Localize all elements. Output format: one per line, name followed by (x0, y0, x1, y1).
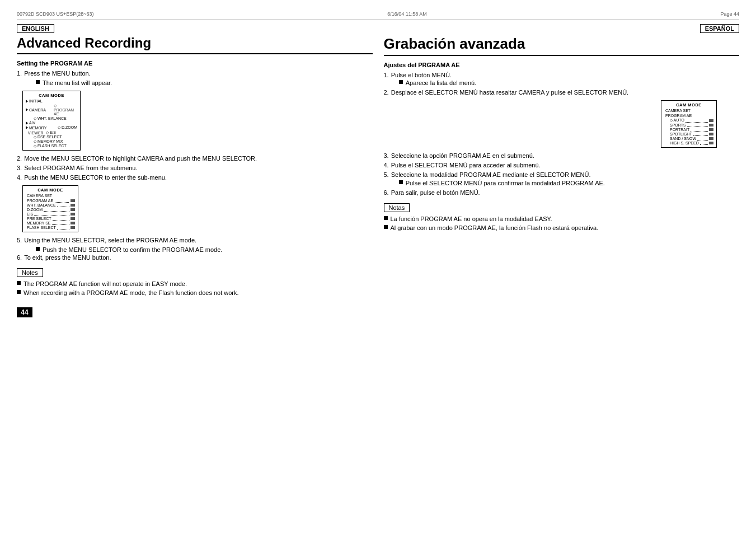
bullet-icon (384, 216, 388, 220)
step-4-en: 4. Push the MENU SELECTOR to enter the s… (17, 174, 373, 181)
step-text-1-es: Pulse el botón MENÚ. (391, 72, 452, 78)
note-item-en-1: The PROGRAM AE function will not operate… (17, 280, 373, 287)
cam-set-box-1: CAM MODE CAMERA SET PROGRAM AE WHT. BALA… (22, 185, 78, 232)
step-num-6-en: 6. (17, 254, 22, 261)
dots (57, 203, 69, 207)
note-item-es-2: Al grabar con un modo PROGRAM AE, la fun… (384, 224, 740, 231)
step-num-1-es: 1. (384, 72, 389, 78)
cam-pre-select: PRE SELECT (26, 217, 75, 221)
section-heading-es: Ajustes del PRGRAMA AE (384, 62, 740, 68)
step-2-en: 2. Move the MENU SELECTOR to highlight C… (17, 155, 373, 162)
cam-wht-balance: WHT. BALANCE (26, 203, 75, 207)
cam-mode-box-1: CAM MODE INITIAL CAMERA ◇ PROGRAM AE ◇ W… (22, 91, 81, 151)
cam-set-title-es: CAM MODE (664, 102, 713, 107)
step-num-5-es: 5. (384, 171, 389, 178)
bar-icon (71, 222, 75, 224)
step-text-6-es: Para salir, pulse el botón MENÚ. (391, 189, 480, 196)
dots (57, 226, 69, 229)
step-num-5-en: 5. (17, 237, 22, 243)
step-num-2-en: 2. (17, 155, 22, 162)
bullet-icon (399, 180, 403, 184)
cam-dzoom: D.ZOOM (26, 208, 75, 212)
note-text-en-2: When recording with a PROGRAM AE mode, t… (24, 289, 239, 296)
col-english: ENGLISH Advanced Recording Setting the P… (17, 24, 373, 317)
bar-icon (71, 199, 75, 202)
cam-set-title-1: CAM MODE (26, 188, 75, 193)
arrow-icon (26, 108, 28, 111)
notes-box-en: Notes (17, 268, 43, 277)
step-num-1-en: 1. (17, 70, 22, 77)
page-title-es: Grabación avanzada (384, 35, 740, 56)
note-text-es-1: La función PROGRAM AE no opera en la mod… (391, 216, 552, 222)
main-layout: ENGLISH Advanced Recording Setting the P… (17, 24, 739, 317)
page-number-area: 44 (17, 307, 373, 317)
bullet-icon (36, 80, 40, 84)
col-spanish: ESPAÑOL Grabación avanzada Ajustes del P… (384, 24, 740, 317)
step-text-5-es: Seleccione la modalidad PROGRAM AE media… (391, 171, 591, 178)
step-text-6-en: To exit, press the MENU button. (24, 254, 111, 261)
cam-memory-se: MEMORY SE (26, 221, 75, 225)
bar-icon (71, 226, 75, 229)
step-6-es: 6. Para salir, pulse el botón MENÚ. (384, 189, 740, 196)
cam-item-viewer: VIEWER ◇ E/S (27, 130, 77, 135)
cam-sports-es: SPORTS (670, 123, 713, 127)
step-1-sub-text-en: The menu list will appear. (43, 79, 112, 86)
dots (691, 128, 708, 132)
notes-list-en: The PROGRAM AE function will not operate… (17, 280, 373, 296)
dots (685, 119, 708, 123)
step-1-sub-en: The menu list will appear. (28, 79, 373, 86)
step-num-2-es: 2. (384, 89, 389, 96)
step-5-es: 5. Seleccione la modalidad PROGRAM AE me… (384, 171, 740, 186)
bar-icon (71, 217, 75, 220)
lang-label-en: ENGLISH (17, 24, 54, 33)
dots (53, 217, 69, 221)
step-5-en: 5. Using the MENU SELECTOR, select the P… (17, 237, 373, 243)
bar-icon (709, 142, 713, 144)
dots (700, 141, 708, 145)
cam-camera-set-label: CAMERA SET (26, 194, 75, 198)
step-num-3-en: 3. (17, 165, 22, 171)
cam-menu-area-es: CAM MODE CAMERA SET PROGRAM AE ◇ AUTO SP… (389, 100, 717, 148)
step-3-en: 3. Select PROGRAM AE from the submenu. (17, 165, 373, 171)
cam-item-camera: CAMERA ◇ PROGRAM AE (26, 104, 77, 116)
cam-sand-snow-es: SAND / SNOW (670, 137, 713, 140)
step-5-sub-en: Push the MENU SELECTOR to confirm the PR… (28, 246, 373, 253)
bar-icon (71, 213, 75, 216)
dots (697, 137, 708, 140)
step-text-1-en: Press the MENU button. (24, 70, 91, 77)
arrow-icon (26, 126, 28, 129)
cam-mode-title-1: CAM MODE (26, 93, 77, 98)
bar-icon (709, 133, 713, 135)
step-3-es: 3. Seleccione la opción PROGRAM AE en el… (384, 152, 740, 159)
step-text-4-es: Pulse el SELECTOR MENÚ para acceder al s… (391, 162, 541, 168)
note-item-en-2: When recording with a PROGRAM AE mode, t… (17, 289, 373, 296)
step-text-3-es: Seleccione la opción PROGRAM AE en el su… (391, 152, 534, 159)
bar-icon (709, 137, 713, 140)
step-2-es: 2. Desplace el SELECTOR MENÚ hasta resal… (384, 89, 740, 96)
step-1-sub-es: Aparece la lista del menú. (391, 79, 477, 86)
step-1-es: 1. Pulse el botón MENÚ. Aparece la lista… (384, 72, 740, 86)
bullet-icon (36, 247, 40, 251)
note-text-en-1: The PROGRAM AE function will not operate… (24, 280, 187, 287)
cam-set-box-es: CAM MODE CAMERA SET PROGRAM AE ◇ AUTO SP… (661, 100, 717, 148)
header-bar: 00792D SCD903 US+ESP(28~63) 6/16/04 11:5… (17, 11, 739, 20)
cam-sub-wht: ◇ WHT. BALANCE (34, 116, 77, 121)
step-num-4-en: 4. (17, 174, 22, 181)
step-4-es: 4. Pulse el SELECTOR MENÚ para acceder a… (384, 162, 740, 168)
cam-sub-memory-mix: ◇ MEMORY MIX (34, 139, 77, 144)
step-1-en: 1. Press the MENU button. (17, 70, 373, 77)
step-num-6-es: 6. (384, 189, 389, 196)
bar-icon (71, 208, 75, 211)
step-5-sub-text-es: Pulse el SELECTOR MENÚ para confirmar la… (406, 180, 605, 186)
cam-program-ae: PROGRAM AE (26, 199, 75, 203)
step-1-sub-1-en: The menu list will appear. (28, 79, 373, 86)
note-text-es-2: Al grabar con un modo PROGRAM AE, la fun… (391, 224, 599, 231)
bullet-icon (17, 290, 21, 294)
header-center: 6/16/04 11:58 AM (387, 11, 427, 17)
arrow-icon (26, 121, 28, 125)
step-text-3-en: Select PROGRAM AE from the submenu. (24, 165, 137, 171)
cam-auto-es: ◇ AUTO (670, 118, 713, 123)
cam-menu-area-2: CAM MODE CAMERA SET PROGRAM AE WHT. BALA… (22, 185, 373, 232)
step-num-3-es: 3. (384, 152, 389, 159)
dots (687, 123, 708, 127)
